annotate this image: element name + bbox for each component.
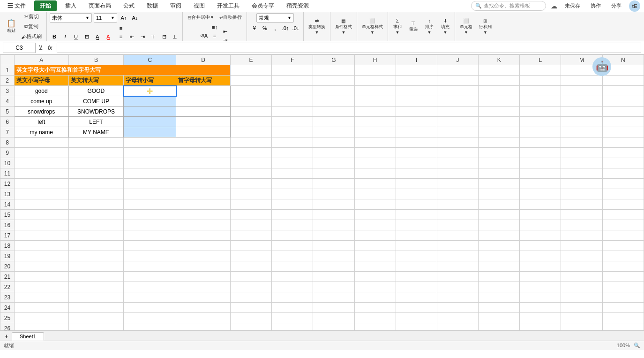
cell-r11c8[interactable]: [354, 168, 396, 179]
cell-r2c8[interactable]: [354, 76, 396, 86]
col-header-i[interactable]: I: [396, 55, 437, 65]
cell-r15c3[interactable]: [124, 210, 176, 220]
fill-color-btn[interactable]: A̲: [93, 32, 102, 41]
zoom-icon[interactable]: 🔍: [634, 343, 640, 349]
cell-r23c3[interactable]: [124, 292, 176, 303]
cell-r22c4[interactable]: [176, 282, 231, 292]
cell-r22c6[interactable]: [272, 282, 313, 292]
cell-r21c12[interactable]: [520, 272, 561, 282]
cell-r19c5[interactable]: [230, 251, 271, 261]
cell-r12c7[interactable]: [313, 179, 354, 189]
thousands-btn[interactable]: ,: [270, 24, 280, 32]
paste-btn[interactable]: 📋 粘贴: [5, 19, 18, 35]
cell-r21c11[interactable]: [479, 272, 520, 282]
type-convert-btn[interactable]: ⇄ 类型转换 ▼: [307, 17, 327, 36]
menu-review[interactable]: 审阅: [166, 0, 185, 11]
cell-r13c2[interactable]: [68, 189, 124, 199]
rotate-text-btn[interactable]: ↺A: [199, 31, 209, 40]
cell-r18c5[interactable]: [230, 241, 271, 251]
cell-r24c12[interactable]: [520, 303, 561, 313]
row-header-15[interactable]: 15: [0, 210, 15, 220]
cond-format-dropdown[interactable]: ▼: [341, 30, 345, 35]
cell-r16c10[interactable]: [437, 220, 478, 230]
col-header-b[interactable]: B: [68, 55, 124, 65]
cell-r15c1[interactable]: [15, 210, 69, 220]
cell-r7c10[interactable]: [437, 127, 478, 137]
cell-r21c3[interactable]: [124, 272, 176, 282]
cell-r12c12[interactable]: [520, 179, 561, 189]
cell-r9c9[interactable]: [396, 148, 437, 158]
cell-r25c1[interactable]: [15, 313, 69, 323]
italic-btn[interactable]: I: [60, 32, 70, 41]
cell-r3c14[interactable]: [602, 86, 644, 96]
cell-r17c10[interactable]: [437, 230, 478, 241]
cell-r16c11[interactable]: [479, 220, 520, 230]
cell-r16c2[interactable]: [68, 220, 124, 230]
cell-r17c4[interactable]: [176, 230, 231, 241]
menu-page-layout[interactable]: 页面布局: [85, 0, 115, 11]
cell-r21c7[interactable]: [313, 272, 354, 282]
cell-r1c6[interactable]: [272, 65, 313, 76]
cell-r24c8[interactable]: [354, 303, 396, 313]
col-header-l[interactable]: L: [520, 55, 561, 65]
cell-r23c4[interactable]: [176, 292, 231, 303]
cell-r17c2[interactable]: [68, 230, 124, 241]
cell-r23c5[interactable]: [230, 292, 271, 303]
align-bottom-btn[interactable]: ⊥: [170, 32, 180, 41]
cell-r12c5[interactable]: [230, 179, 271, 189]
cell-r5c3[interactable]: [124, 107, 176, 117]
row-col-dropdown[interactable]: ▼: [483, 30, 487, 35]
row-header-26[interactable]: 26: [0, 323, 15, 331]
cell-r23c11[interactable]: [479, 292, 520, 303]
cell-r1c9[interactable]: [396, 65, 437, 76]
cell-r14c11[interactable]: [479, 199, 520, 210]
cell-r4c9[interactable]: [396, 96, 437, 107]
decrease-font-btn[interactable]: A↓: [130, 14, 140, 22]
cell-r22c5[interactable]: [230, 282, 271, 292]
indent-increase-btn[interactable]: ⇥: [138, 32, 147, 41]
cell-r14c4[interactable]: [176, 199, 231, 210]
cell-r24c4[interactable]: [176, 303, 231, 313]
cell-r1c12[interactable]: [520, 65, 561, 76]
cell-r24c7[interactable]: [313, 303, 354, 313]
cell-r19c3[interactable]: [124, 251, 176, 261]
cell-r9c13[interactable]: [561, 148, 602, 158]
cell-r13c6[interactable]: [272, 189, 313, 199]
cell-r18c4[interactable]: [176, 241, 231, 251]
cell-r23c9[interactable]: [396, 292, 437, 303]
cell-r26c13[interactable]: [561, 323, 602, 331]
cell-r16c12[interactable]: [520, 220, 561, 230]
cell-r3c6[interactable]: [272, 86, 313, 96]
cell-r26c4[interactable]: [176, 323, 231, 331]
cell-r2c9[interactable]: [396, 76, 437, 86]
cell-r14c1[interactable]: [15, 199, 69, 210]
font-name-dropdown-icon[interactable]: ▼: [85, 15, 90, 20]
cell-r10c7[interactable]: [313, 158, 354, 168]
cell-r19c11[interactable]: [479, 251, 520, 261]
cell-r4c11[interactable]: [479, 96, 520, 107]
cell-r2c14[interactable]: [602, 76, 644, 86]
cell-r23c13[interactable]: [561, 292, 602, 303]
cell-r2c6[interactable]: [272, 76, 313, 86]
cell-r6c2[interactable]: LEFT: [68, 117, 124, 127]
cell-r6c4[interactable]: [176, 117, 231, 127]
cell-r19c7[interactable]: [313, 251, 354, 261]
cell-r5c5[interactable]: [230, 107, 271, 117]
cell-r10c13[interactable]: [561, 158, 602, 168]
cell-r11c6[interactable]: [272, 168, 313, 179]
cell-r20c7[interactable]: [313, 261, 354, 272]
col-header-c[interactable]: C: [124, 55, 176, 65]
cell-r19c13[interactable]: [561, 251, 602, 261]
cell-r3c9[interactable]: [396, 86, 437, 96]
cell-r22c13[interactable]: [561, 282, 602, 292]
cell-r3c2[interactable]: GOOD: [68, 86, 124, 96]
cell-r17c14[interactable]: [602, 230, 644, 241]
cell-r14c6[interactable]: [272, 199, 313, 210]
cell-r25c6[interactable]: [272, 313, 313, 323]
cell-r19c2[interactable]: [68, 251, 124, 261]
cell-r18c10[interactable]: [437, 241, 478, 251]
cell-r26c6[interactable]: [272, 323, 313, 331]
cell-r5c12[interactable]: [520, 107, 561, 117]
cell-r11c9[interactable]: [396, 168, 437, 179]
cell-r12c9[interactable]: [396, 179, 437, 189]
